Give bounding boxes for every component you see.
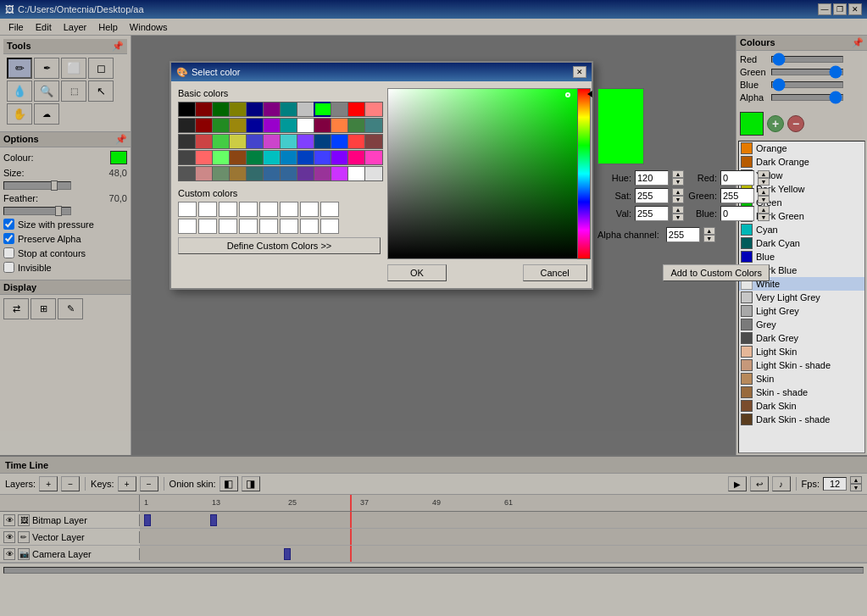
basic-color-cell[interactable] <box>280 150 298 165</box>
custom-color-cell[interactable] <box>239 202 258 217</box>
basic-color-cell[interactable] <box>331 134 349 149</box>
add-to-custom-colors-button[interactable]: Add to Custom Colors <box>663 264 770 281</box>
basic-color-cell[interactable] <box>246 134 264 149</box>
custom-color-cell[interactable] <box>320 219 339 234</box>
basic-color-cell[interactable] <box>297 102 315 117</box>
alpha-down[interactable]: ▼ <box>703 235 715 242</box>
basic-color-cell[interactable] <box>364 150 383 165</box>
basic-color-cell[interactable] <box>297 166 315 181</box>
basic-color-cell[interactable] <box>314 118 332 133</box>
cancel-button[interactable]: Cancel <box>523 264 587 281</box>
basic-color-cell[interactable] <box>331 102 349 117</box>
val-input[interactable] <box>635 206 669 221</box>
basic-color-cell[interactable] <box>195 134 214 149</box>
basic-color-cell[interactable] <box>347 118 366 133</box>
basic-color-cell[interactable] <box>263 102 281 117</box>
custom-color-cell[interactable] <box>198 219 217 234</box>
custom-color-cell[interactable] <box>259 202 278 217</box>
custom-color-cell[interactable] <box>280 202 298 217</box>
alpha-up[interactable]: ▲ <box>703 227 715 235</box>
hue-down[interactable]: ▼ <box>672 178 684 186</box>
basic-color-cell[interactable] <box>314 150 332 165</box>
hue-canvas[interactable] <box>577 88 591 259</box>
basic-color-cell[interactable] <box>212 150 231 165</box>
val-down[interactable]: ▼ <box>672 214 684 221</box>
blue-input-dialog[interactable] <box>720 206 754 221</box>
custom-color-cell[interactable] <box>280 219 298 234</box>
red-down[interactable]: ▼ <box>758 178 770 186</box>
ok-button[interactable]: OK <box>387 264 447 281</box>
hue-up[interactable]: ▲ <box>672 170 684 178</box>
basic-color-cell[interactable] <box>347 166 366 181</box>
basic-color-cell[interactable] <box>263 118 281 133</box>
basic-color-cell[interactable] <box>297 150 315 165</box>
red-up[interactable]: ▲ <box>758 170 770 178</box>
basic-color-cell[interactable] <box>195 118 214 133</box>
basic-color-cell[interactable] <box>331 150 349 165</box>
basic-color-cell[interactable] <box>364 102 383 117</box>
basic-color-cell[interactable] <box>246 150 264 165</box>
basic-color-cell[interactable] <box>212 102 231 117</box>
basic-color-cell[interactable] <box>314 166 332 181</box>
spectrum-canvas[interactable] <box>387 88 580 259</box>
basic-color-cell[interactable] <box>331 166 349 181</box>
basic-color-cell[interactable] <box>263 150 281 165</box>
basic-color-cell[interactable] <box>246 102 264 117</box>
basic-color-cell[interactable] <box>229 118 247 133</box>
basic-color-cell-selected[interactable] <box>314 102 332 117</box>
basic-color-cell[interactable] <box>229 150 247 165</box>
basic-color-cell[interactable] <box>195 102 214 117</box>
basic-color-cell[interactable] <box>212 166 231 181</box>
green-up[interactable]: ▲ <box>758 188 770 196</box>
green-down[interactable]: ▼ <box>758 196 770 203</box>
red-input-dialog[interactable] <box>720 170 754 186</box>
basic-color-cell[interactable] <box>212 134 231 149</box>
basic-color-cell[interactable] <box>263 166 281 181</box>
basic-color-cell[interactable] <box>178 118 197 133</box>
basic-color-cell[interactable] <box>229 134 247 149</box>
basic-color-cell[interactable] <box>347 150 366 165</box>
basic-color-cell[interactable] <box>212 118 231 133</box>
sat-down[interactable]: ▼ <box>672 196 684 203</box>
basic-color-cell[interactable] <box>364 166 383 181</box>
basic-color-cell[interactable] <box>246 166 264 181</box>
blue-down[interactable]: ▼ <box>758 214 770 221</box>
custom-color-cell[interactable] <box>320 202 339 217</box>
basic-color-cell[interactable] <box>246 118 264 133</box>
basic-color-cell[interactable] <box>178 166 197 181</box>
basic-color-cell[interactable] <box>280 166 298 181</box>
blue-up[interactable]: ▲ <box>758 206 770 214</box>
basic-color-cell[interactable] <box>195 166 214 181</box>
basic-color-cell[interactable] <box>347 134 366 149</box>
basic-color-cell[interactable] <box>331 118 349 133</box>
basic-color-cell[interactable] <box>229 102 247 117</box>
custom-color-cell[interactable] <box>198 202 217 217</box>
basic-color-cell[interactable] <box>280 102 298 117</box>
basic-color-cell[interactable] <box>314 134 332 149</box>
basic-color-cell[interactable] <box>280 118 298 133</box>
basic-color-cell[interactable] <box>178 134 197 149</box>
custom-color-cell[interactable] <box>219 202 237 217</box>
sat-input[interactable] <box>635 188 669 203</box>
basic-color-cell[interactable] <box>347 102 366 117</box>
custom-color-cell[interactable] <box>239 219 258 234</box>
define-custom-colors-button[interactable]: Define Custom Colors >> <box>178 237 381 254</box>
basic-color-cell[interactable] <box>297 118 315 133</box>
green-input-dialog[interactable] <box>720 188 754 203</box>
custom-color-cell[interactable] <box>259 219 278 234</box>
basic-color-cell[interactable] <box>178 102 197 117</box>
custom-color-cell[interactable] <box>178 219 197 234</box>
custom-color-cell[interactable] <box>300 219 319 234</box>
custom-color-cell[interactable] <box>300 202 319 217</box>
basic-color-cell[interactable] <box>280 134 298 149</box>
custom-color-cell[interactable] <box>219 219 237 234</box>
basic-color-cell[interactable] <box>229 166 247 181</box>
basic-color-cell[interactable] <box>195 150 214 165</box>
val-up[interactable]: ▲ <box>672 206 684 214</box>
basic-color-cell[interactable] <box>297 134 315 149</box>
alpha-input-dialog[interactable] <box>666 227 700 242</box>
basic-color-cell[interactable] <box>364 118 383 133</box>
sat-up[interactable]: ▲ <box>672 188 684 196</box>
dialog-close-button[interactable]: ✕ <box>573 66 586 78</box>
custom-color-cell[interactable] <box>178 202 197 217</box>
